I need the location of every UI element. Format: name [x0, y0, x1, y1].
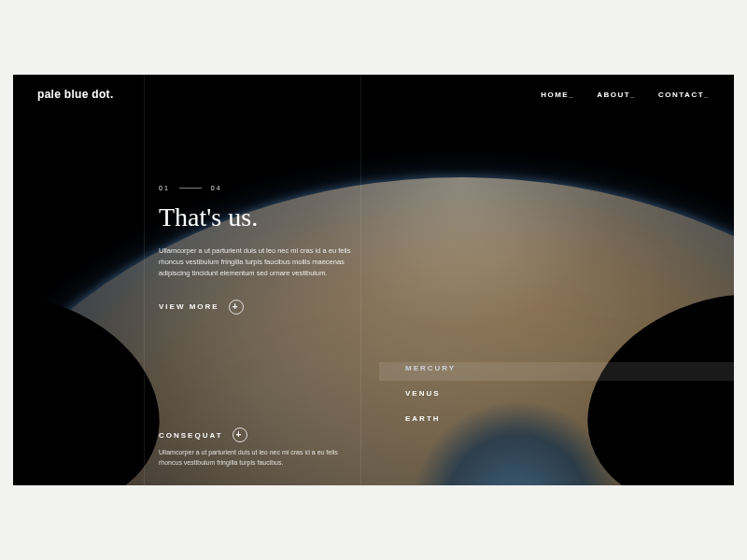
nav-label: CONTACT — [658, 91, 704, 99]
hero-block: 01 04 That's us. Ullamcorper a ut partur… — [159, 185, 402, 315]
nav-underscore: _ — [630, 91, 636, 99]
plus-circle-icon: + — [233, 427, 247, 442]
nav-underscore: _ — [704, 91, 710, 99]
guide-line — [144, 75, 145, 485]
vignette-right — [559, 260, 734, 485]
counter-dash — [179, 188, 202, 189]
plus-circle-icon: + — [229, 300, 244, 315]
planet-list: MERCURY VENUS EARTH — [405, 364, 456, 440]
brand-logo[interactable]: pale blue dot. — [37, 88, 114, 101]
consequat-button[interactable]: CONSEQUAT + — [159, 427, 247, 442]
artboard: pale blue dot. HOME_ ABOUT_ CONTACT_ 01 … — [0, 0, 747, 560]
planet-item-earth[interactable]: EARTH — [405, 414, 456, 423]
counter-total: 04 — [211, 185, 222, 191]
view-more-button[interactable]: VIEW MORE + — [159, 300, 244, 315]
slide-counter: 01 04 — [159, 185, 402, 191]
cta-label: CONSEQUAT — [159, 431, 223, 440]
nav-contact[interactable]: CONTACT_ — [658, 91, 710, 99]
hero-lead: Ullamcorper a ut parturient duis ut leo … — [159, 245, 364, 279]
hero-title: That's us. — [159, 203, 402, 232]
cta-label: VIEW MORE — [159, 302, 219, 311]
secondary-text: Ullamcorper a ut parturient duis ut leo … — [159, 448, 355, 469]
counter-current: 01 — [159, 185, 170, 191]
nav-about[interactable]: ABOUT_ — [597, 91, 636, 99]
planet-item-venus[interactable]: VENUS — [405, 389, 456, 398]
site-header: pale blue dot. HOME_ ABOUT_ CONTACT_ — [13, 88, 734, 101]
nav-underscore: _ — [569, 91, 574, 99]
secondary-block: CONSEQUAT + Ullamcorper a ut parturient … — [159, 425, 383, 469]
nav-label: ABOUT — [597, 91, 630, 99]
site-frame: pale blue dot. HOME_ ABOUT_ CONTACT_ 01 … — [13, 75, 734, 485]
nav-home[interactable]: HOME_ — [541, 91, 574, 99]
planet-item-mercury[interactable]: MERCURY — [405, 364, 456, 372]
nav-label: HOME — [541, 91, 569, 99]
primary-nav: HOME_ ABOUT_ CONTACT_ — [541, 91, 710, 99]
